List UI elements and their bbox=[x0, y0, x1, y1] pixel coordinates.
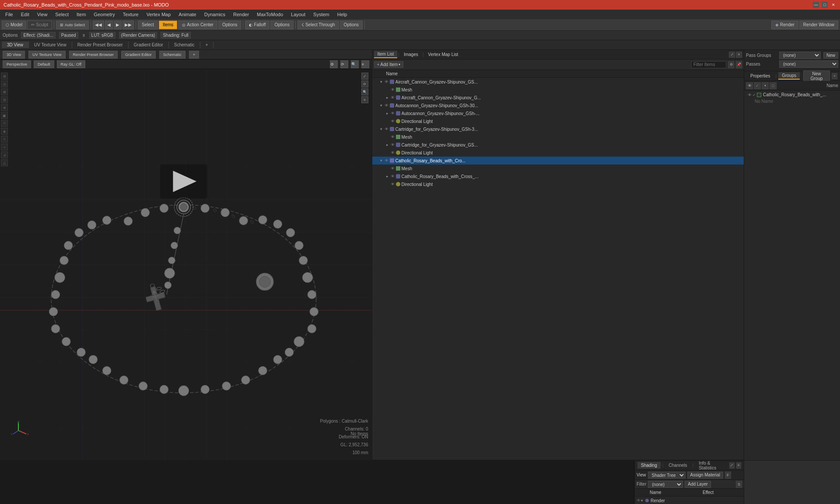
menu-item-file[interactable]: File bbox=[2, 11, 17, 18]
eye-icon[interactable]: 👁 bbox=[391, 143, 396, 147]
filter-select[interactable]: (none) bbox=[648, 481, 683, 488]
filter-s-btn[interactable]: S bbox=[736, 481, 742, 488]
item-list-tab[interactable]: Item List bbox=[374, 51, 398, 58]
menu-item-select[interactable]: Select bbox=[52, 11, 72, 18]
select-through-button[interactable]: ☇ Select Through bbox=[298, 21, 339, 29]
group-icon-eye[interactable]: 👁 bbox=[746, 82, 753, 89]
add-layer-btn[interactable]: Add Layer bbox=[685, 481, 711, 488]
main-tab-2[interactable]: Render Preset Browser bbox=[72, 42, 129, 48]
passes-select[interactable]: (none) bbox=[779, 60, 838, 68]
list-item[interactable]: 👁 Directional Light bbox=[372, 149, 744, 157]
list-item[interactable]: 👁 Mesh bbox=[372, 133, 744, 141]
perspective-button[interactable]: Perspective bbox=[3, 60, 31, 68]
groups-content[interactable]: 👁 ✓ Catholic_Rosary_Beads_with_... No Na… bbox=[744, 91, 840, 460]
list-item[interactable]: ▾ 👁 Cartridge_for_Gryazev-Shipunov_GSh-3… bbox=[372, 125, 744, 133]
auto-select-button[interactable]: ⊞ Auto Select bbox=[56, 21, 89, 29]
item-list-expand-btn[interactable]: ⤢ bbox=[729, 52, 735, 58]
menu-item-item[interactable]: Item bbox=[73, 11, 89, 18]
eye-icon[interactable]: 👁 bbox=[391, 88, 396, 92]
eye-icon[interactable]: 👁 bbox=[391, 119, 396, 123]
vp-left-ctrl-6[interactable]: ▣ bbox=[1, 112, 8, 119]
shading-settings-btn[interactable]: ≡ bbox=[736, 462, 741, 469]
images-tab[interactable]: Images bbox=[400, 51, 422, 58]
options-2-button[interactable]: Options bbox=[270, 21, 293, 29]
filter-items-input[interactable] bbox=[691, 61, 726, 68]
eye-icon[interactable]: 👁 bbox=[391, 182, 396, 186]
groups-settings-btn[interactable]: + bbox=[832, 73, 837, 79]
list-item[interactable]: 👁 ✓ Catholic_Rosary_Beads_with_... bbox=[746, 91, 838, 98]
main-tab-0[interactable]: 3D View bbox=[2, 42, 29, 48]
shading-expand-btn[interactable]: ⤢ bbox=[729, 462, 734, 469]
vp-left-ctrl-3[interactable]: ⊠ bbox=[1, 88, 8, 95]
mode-sculpt-button[interactable]: ✏ Sculpt bbox=[27, 21, 52, 29]
list-item[interactable]: ▸ 👁 Cartridge_for_Gryazev-Shipunov_GS... bbox=[372, 141, 744, 149]
vp-settings-btn[interactable]: ≡ bbox=[361, 96, 368, 103]
select-button[interactable]: Select bbox=[138, 21, 158, 29]
menu-item-system[interactable]: System bbox=[310, 11, 333, 18]
vp-left-ctrl-5[interactable]: ⊕ bbox=[1, 104, 8, 111]
list-item[interactable]: 👁 Directional Light bbox=[372, 180, 744, 188]
vp-left-ctrl-11[interactable]: ⊿ bbox=[1, 151, 8, 158]
options-1-button[interactable]: Options bbox=[218, 21, 241, 29]
3d-viewport[interactable]: X Y Z No Items Polygons : Catmull-Clark … bbox=[0, 69, 372, 460]
groups-tab[interactable]: Groups bbox=[778, 72, 800, 80]
list-item[interactable]: 👁 ▾ Render bbox=[635, 497, 744, 504]
gradient-editor-tab[interactable]: Gradient Editor bbox=[121, 51, 156, 59]
minimize-button[interactable]: — bbox=[813, 2, 819, 8]
item-list-content[interactable]: ▾ 👁 Aircraft_Cannon_Gryazev-Shipunov_GS.… bbox=[372, 78, 744, 460]
items-button[interactable]: Items bbox=[159, 21, 177, 29]
list-item[interactable]: ▾ 👁 Autocannon_Gryazev-Shipunov_GSh-30..… bbox=[372, 102, 744, 109]
item-list-settings-btn[interactable]: ≡ bbox=[736, 52, 742, 58]
menu-item-vertex map[interactable]: Vertex Map bbox=[143, 11, 175, 18]
filter-settings-btn[interactable]: ⚙ bbox=[728, 61, 734, 68]
channels-tab[interactable]: Channels bbox=[665, 462, 690, 469]
eye-icon[interactable]: 👁 bbox=[391, 150, 396, 155]
eye-icon[interactable]: 👁 bbox=[391, 95, 396, 100]
group-icon-check[interactable]: ✓ bbox=[754, 82, 761, 89]
menu-item-animate[interactable]: Animate bbox=[175, 11, 200, 18]
eye-icon[interactable]: 👁 bbox=[391, 174, 396, 178]
eye-icon[interactable]: 👁 bbox=[391, 135, 396, 139]
maximize-button[interactable]: □ bbox=[822, 2, 828, 8]
assign-material-btn[interactable]: Assign Material bbox=[687, 472, 723, 479]
menu-item-edit[interactable]: Edit bbox=[18, 11, 33, 18]
render-button[interactable]: ◈ Render bbox=[771, 21, 798, 29]
vp-left-ctrl-8[interactable]: ◈ bbox=[1, 128, 8, 135]
vp-reset-btn[interactable]: ⟳ bbox=[361, 80, 368, 88]
menu-item-texture[interactable]: Texture bbox=[119, 11, 142, 18]
vertex-map-list-tab[interactable]: Vertex Map List bbox=[424, 51, 462, 58]
vp-left-ctrl-2[interactable]: ◎ bbox=[1, 80, 8, 88]
menu-item-maxtomodo[interactable]: MaxToModo bbox=[253, 11, 287, 18]
new-group-button[interactable]: New Group bbox=[803, 70, 830, 82]
list-item[interactable]: 👁 Directional Light bbox=[372, 117, 744, 125]
main-tab-3[interactable]: Gradient Editor bbox=[129, 42, 169, 48]
mode-model-button[interactable]: ⬡ Model bbox=[2, 21, 26, 29]
close-button[interactable]: ✕ bbox=[830, 2, 836, 8]
vp-zoom-btn[interactable]: 🔍 bbox=[361, 88, 368, 95]
eye-icon[interactable]: 👁 bbox=[385, 80, 390, 84]
icon-btn-2[interactable]: ◀ bbox=[105, 21, 113, 29]
vp-ctrl-2[interactable]: ⟳ bbox=[340, 60, 348, 68]
filter-pin-btn[interactable]: 📌 bbox=[736, 61, 742, 68]
add-tab-btn[interactable]: + bbox=[189, 51, 199, 59]
vp-ctrl-4[interactable]: ≡ bbox=[361, 60, 369, 68]
shading-tab[interactable]: Shading bbox=[637, 462, 661, 469]
properties-tab[interactable]: Properties bbox=[747, 73, 774, 79]
icon-btn-1[interactable]: ◀◀ bbox=[93, 21, 104, 29]
vp-ctrl-1[interactable]: ⚙ bbox=[330, 60, 338, 68]
eye-icon[interactable]: 👁 bbox=[385, 127, 390, 131]
vp-left-ctrl-9[interactable]: ⌑ bbox=[1, 136, 8, 143]
list-item[interactable]: ▸ 👁 Aircraft_Cannon_Gryazev-Shipunov_G..… bbox=[372, 94, 744, 102]
eye-icon[interactable]: 👁 bbox=[391, 111, 396, 116]
menu-item-geometry[interactable]: Geometry bbox=[90, 11, 118, 18]
list-item[interactable]: 👁 Mesh bbox=[372, 86, 744, 94]
list-item[interactable]: ▾ 👁 Aircraft_Cannon_Gryazev-Shipunov_GS.… bbox=[372, 78, 744, 86]
list-item[interactable]: ▾ 👁 Catholic_Rosary_Beads_with_Cro... bbox=[372, 157, 744, 164]
info-stats-tab[interactable]: Info & Statistics bbox=[695, 460, 726, 471]
eye-icon[interactable]: 👁 bbox=[385, 103, 390, 108]
vp-ctrl-3[interactable]: 🔍 bbox=[351, 60, 359, 68]
ray-gl-button[interactable]: Ray GL: Off bbox=[57, 60, 85, 68]
vp-left-ctrl-7[interactable]: ⦾ bbox=[1, 120, 8, 127]
pass-groups-new-btn[interactable]: New bbox=[823, 52, 838, 59]
menu-item-render[interactable]: Render bbox=[230, 11, 252, 18]
